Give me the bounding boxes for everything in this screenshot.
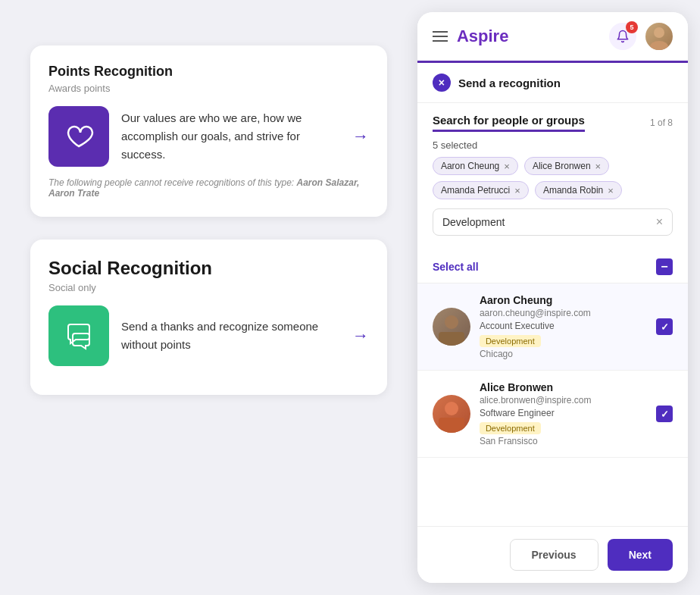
points-card-subtitle: Awards points	[48, 83, 369, 94]
social-icon-box	[48, 305, 109, 366]
panel-scroll-wrap: Aaron Cheung aaron.cheung@inspire.com Ac…	[417, 283, 688, 526]
person-info-alice-bronwen: Alice Bronwen alice.bronwen@inspire.com …	[480, 381, 647, 446]
social-card-title: Social Recognition	[48, 258, 369, 279]
panel-header: Aspire 5	[417, 12, 688, 63]
points-card-warning: The following people cannot receive reco…	[48, 177, 369, 199]
right-panel: Aspire 5	[417, 12, 688, 583]
heart-icon	[62, 120, 95, 153]
avatar[interactable]	[645, 23, 673, 50]
select-all-label: Select all	[433, 261, 479, 273]
svg-point-0	[654, 27, 664, 38]
svg-rect-3	[439, 332, 464, 346]
search-input[interactable]	[442, 216, 656, 228]
next-button[interactable]: Next	[608, 539, 673, 571]
person-city-aaron-cheung: Chicago	[480, 349, 647, 359]
tag-remove-amanda-robin[interactable]: ×	[608, 186, 614, 196]
send-recognition-title: Send a recognition	[458, 77, 561, 89]
points-card-body: Our values are who we are, how we accomp…	[48, 106, 369, 167]
close-button[interactable]: ×	[433, 74, 451, 92]
avatar-svg-alice	[433, 395, 470, 433]
chat-icon	[62, 319, 95, 352]
header-right: 5	[609, 23, 673, 50]
avatar-silhouette	[645, 23, 673, 50]
social-card-subtitle: Social only	[48, 282, 369, 293]
tags-area: Aaron Cheung × Alice Bronwen × Amanda Pe…	[433, 157, 673, 199]
panel-footer: Previous Next	[417, 526, 688, 583]
person-dept-alice-bronwen: Development	[480, 422, 541, 434]
social-card-arrow[interactable]: →	[352, 326, 369, 346]
search-section: Search for people or groups 1 of 8 5 sel…	[417, 103, 688, 251]
tag-label: Amanda Robin	[543, 185, 603, 196]
person-info-aaron-cheung: Aaron Cheung aaron.cheung@inspire.com Ac…	[480, 294, 647, 359]
header-left: Aspire	[433, 27, 508, 46]
svg-point-2	[445, 315, 458, 329]
header-top: Aspire 5	[433, 23, 673, 50]
person-name-aaron-cheung: Aaron Cheung	[480, 294, 647, 306]
selected-count: 5 selected	[433, 139, 673, 151]
social-card-body: Send a thanks and recognize someone with…	[48, 305, 369, 366]
page-indicator: 1 of 8	[650, 117, 673, 128]
tag-amanda-petrucci: Amanda Petrucci ×	[433, 181, 529, 199]
svg-point-1	[650, 41, 668, 50]
notification-button[interactable]: 5	[609, 23, 636, 50]
person-email-aaron-cheung: aaron.cheung@inspire.com	[480, 308, 647, 318]
search-label: Search for people or groups	[433, 114, 585, 132]
avatar-image	[645, 23, 673, 50]
avatar-svg-aaron	[433, 308, 470, 346]
person-city-alice-bronwen: San Fransisco	[480, 436, 647, 446]
main-container: Points Recognition Awards points Our val…	[0, 0, 700, 595]
social-card-text: Send a thanks and recognize someone with…	[121, 318, 340, 354]
tag-aaron-cheung: Aaron Cheung ×	[433, 157, 518, 175]
person-check-alice-bronwen[interactable]	[656, 406, 673, 422]
app-title: Aspire	[457, 27, 508, 46]
search-header: Search for people or groups 1 of 8	[433, 114, 673, 132]
person-check-aaron-cheung[interactable]	[656, 318, 673, 335]
person-row-aaron-cheung: Aaron Cheung aaron.cheung@inspire.com Ac…	[417, 283, 688, 371]
person-dept-aaron-cheung: Development	[480, 335, 541, 347]
search-input-wrap: ×	[433, 208, 673, 236]
tag-label: Amanda Petrucci	[441, 185, 510, 196]
notification-badge: 5	[626, 21, 638, 33]
people-list: Aaron Cheung aaron.cheung@inspire.com Ac…	[417, 283, 688, 458]
tag-amanda-robin: Amanda Robin ×	[535, 181, 622, 199]
search-clear-icon[interactable]: ×	[656, 215, 663, 229]
points-card-text: Our values are who we are, how we accomp…	[121, 109, 340, 164]
tag-alice-bronwen: Alice Bronwen ×	[524, 157, 609, 175]
tag-remove-aaron-cheung[interactable]: ×	[504, 161, 510, 171]
send-recognition-header: × Send a recognition	[417, 63, 688, 103]
person-email-alice-bronwen: alice.bronwen@inspire.com	[480, 395, 647, 406]
left-panel: Points Recognition Awards points Our val…	[0, 0, 417, 595]
points-card-arrow[interactable]: →	[352, 127, 369, 146]
tag-label: Alice Bronwen	[533, 161, 591, 171]
svg-point-4	[445, 402, 458, 415]
points-recognition-card: Points Recognition Awards points Our val…	[30, 45, 387, 217]
person-avatar-aaron-cheung	[433, 308, 470, 346]
points-icon-box	[48, 106, 109, 167]
person-role-aaron-cheung: Account Executive	[480, 321, 647, 331]
svg-rect-5	[439, 418, 464, 433]
tag-label: Aaron Cheung	[441, 161, 499, 171]
previous-button[interactable]: Previous	[510, 539, 598, 571]
tag-remove-amanda-petrucci[interactable]: ×	[514, 186, 520, 196]
points-card-title: Points Recognition	[48, 64, 369, 80]
partial-check-icon[interactable]	[656, 258, 673, 275]
tag-remove-alice-bronwen[interactable]: ×	[595, 161, 602, 171]
close-icon: ×	[439, 77, 445, 89]
social-recognition-card: Social Recognition Social only Send a th…	[30, 240, 387, 395]
select-all-row[interactable]: Select all	[417, 251, 688, 283]
person-row-alice-bronwen: Alice Bronwen alice.bronwen@inspire.com …	[417, 371, 688, 458]
person-role-alice-bronwen: Software Engineer	[480, 408, 647, 418]
person-avatar-alice-bronwen	[433, 395, 470, 433]
hamburger-icon[interactable]	[433, 31, 448, 42]
person-name-alice-bronwen: Alice Bronwen	[480, 381, 647, 393]
